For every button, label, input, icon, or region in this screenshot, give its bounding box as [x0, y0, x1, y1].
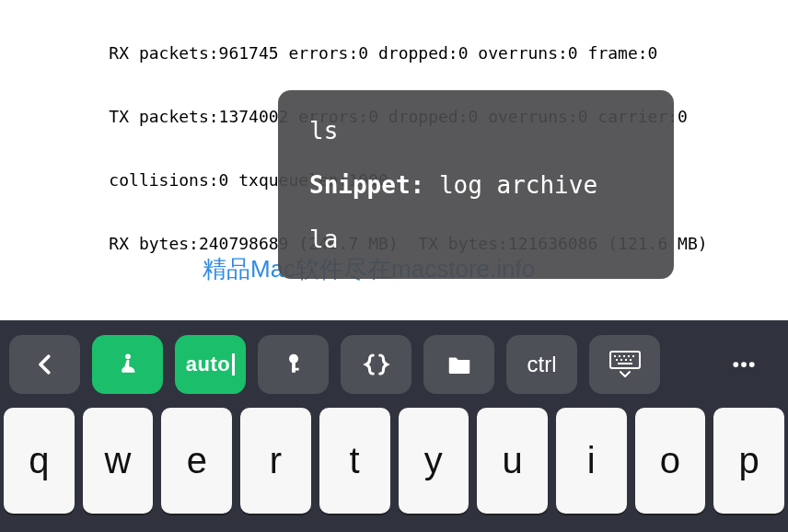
chevron-left-icon — [31, 351, 59, 378]
popup-item-la[interactable]: la — [309, 224, 643, 255]
keyboard-toolbar: auto ctrl — [0, 320, 788, 408]
autocomplete-button[interactable]: auto — [175, 335, 246, 394]
keyboard-row: q w e r t y u i o p — [0, 408, 788, 532]
key-t[interactable]: t — [319, 408, 390, 514]
ctrl-label: ctrl — [527, 352, 557, 377]
terminal-line: RX packets:961745 errors:0 dropped:0 ove… — [9, 42, 779, 64]
dismiss-keyboard-button[interactable] — [589, 335, 660, 394]
popup-item-snippet[interactable]: Snippet: log archive — [309, 169, 643, 201]
key-y[interactable]: y — [399, 408, 469, 514]
popup-snippet-value: log archive — [424, 171, 597, 199]
svg-point-17 — [748, 362, 754, 367]
key-icon — [280, 351, 307, 378]
key-q[interactable]: q — [4, 408, 75, 514]
braces-icon — [363, 351, 390, 378]
auto-label: auto — [186, 353, 230, 376]
svg-point-16 — [741, 362, 747, 367]
on-screen-keyboard: auto ctrl q w e r t y u i o p — [0, 320, 788, 532]
key-e[interactable]: e — [161, 408, 232, 514]
svg-point-0 — [125, 353, 131, 359]
key-i[interactable]: i — [556, 408, 627, 514]
touch-mode-button[interactable] — [92, 335, 163, 394]
svg-point-1 — [289, 353, 298, 363]
ellipsis-icon — [730, 351, 758, 378]
keys-button[interactable] — [258, 335, 329, 394]
popup-item-ls[interactable]: ls — [309, 115, 643, 146]
key-p[interactable]: p — [713, 408, 784, 514]
key-w[interactable]: w — [83, 408, 154, 514]
keyboard-dismiss-icon — [608, 350, 643, 379]
ctrl-button[interactable]: ctrl — [506, 335, 577, 394]
folder-button[interactable] — [423, 335, 494, 394]
more-button[interactable] — [708, 335, 779, 394]
caret-icon — [232, 353, 235, 376]
key-r[interactable]: r — [240, 408, 311, 514]
folder-icon — [446, 351, 473, 378]
key-o[interactable]: o — [635, 408, 706, 514]
touch-icon — [114, 351, 142, 378]
svg-rect-3 — [292, 367, 299, 370]
back-button[interactable] — [9, 335, 80, 394]
popup-snippet-label: Snippet: — [309, 171, 424, 199]
svg-rect-2 — [292, 362, 296, 372]
key-u[interactable]: u — [477, 408, 548, 514]
braces-button[interactable] — [341, 335, 411, 394]
svg-point-15 — [733, 362, 738, 367]
autocomplete-popup[interactable]: ls Snippet: log archive la — [278, 90, 674, 279]
